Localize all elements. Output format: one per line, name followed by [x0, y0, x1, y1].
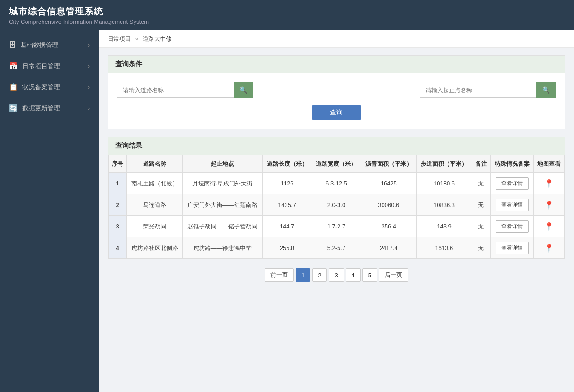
query-btn-row: 查询 [117, 105, 556, 120]
table-row: 1 南礼土路（北段） 月坛南街-阜成门外大街 1126 6.3-12.5 164… [109, 173, 565, 194]
col-special: 特殊情况备案 [491, 155, 534, 173]
cell-length-3: 255.8 [262, 237, 312, 259]
sidebar-item-daily-project[interactable]: 📅 日常项目管理 › [0, 56, 99, 77]
chevron-right-icon: › [88, 42, 90, 48]
cell-note-3: 无 [472, 237, 490, 259]
cell-detail-2[interactable]: 查看详情 [491, 216, 534, 237]
query-button[interactable]: 查询 [312, 105, 361, 120]
table-header-row: 序号 道路名称 起止地点 道路长度（米） 道路宽度（米） 沥青面积（平米） 步道… [109, 155, 565, 173]
cell-note-2: 无 [472, 216, 490, 237]
sidebar-label-basic-data: 基础数据管理 [21, 41, 58, 49]
cell-width-1: 2.0-3.0 [312, 194, 361, 216]
pagination: 前一页 1 2 3 4 5 后一页 [108, 268, 565, 286]
cell-road-name-2: 荣光胡同 [127, 216, 183, 237]
cell-location-0: 月坛南街-阜成门外大街 [182, 173, 262, 194]
cell-location-3: 虎坊路——徐悲鸿中学 [182, 237, 262, 259]
cell-note-0: 无 [472, 173, 490, 194]
breadcrumb-sep: » [135, 35, 139, 42]
detail-button-0[interactable]: 查看详情 [496, 177, 529, 190]
main-content: 日常项目 » 道路大中修 查询条件 🔍 🔍 [99, 30, 574, 392]
breadcrumb-daily: 日常项目 [108, 35, 131, 42]
cell-sidewalk-2: 143.9 [417, 216, 472, 237]
col-map: 地图查看 [534, 155, 565, 173]
header-title-en: City Comprehensive Information Managemen… [9, 18, 565, 25]
query-section-header: 查询条件 [108, 56, 565, 73]
sidebar-item-basic-data[interactable]: 🗄 基础数据管理 › [0, 35, 99, 56]
cell-sidewalk-3: 1613.6 [417, 237, 472, 259]
cell-road-name-3: 虎坊路社区北侧路 [127, 237, 183, 259]
page-5-button[interactable]: 5 [362, 268, 377, 282]
cell-asphalt-0: 16425 [361, 173, 417, 194]
cell-detail-1[interactable]: 查看详情 [491, 194, 534, 216]
cell-detail-3[interactable]: 查看详情 [491, 237, 534, 259]
cell-seq-1: 2 [109, 194, 127, 216]
cell-asphalt-3: 2417.4 [361, 237, 417, 259]
cell-road-name-1: 马连道路 [127, 194, 183, 216]
page-1-button[interactable]: 1 [296, 268, 310, 282]
map-pin-icon-2[interactable]: 📍 [544, 222, 554, 231]
page-2-button[interactable]: 2 [312, 268, 327, 282]
col-note: 备注 [472, 155, 490, 173]
cell-seq-0: 1 [109, 173, 127, 194]
cell-asphalt-1: 30060.6 [361, 194, 417, 216]
cell-map-3[interactable]: 📍 [534, 237, 565, 259]
sidebar-label-data-update: 数据更新管理 [22, 104, 60, 112]
col-road-name: 道路名称 [127, 155, 183, 173]
header: 城市综合信息管理系统 City Comprehensive Informatio… [0, 0, 574, 30]
map-pin-icon-0[interactable]: 📍 [544, 179, 554, 188]
detail-button-2[interactable]: 查看详情 [496, 220, 529, 233]
col-width: 道路宽度（米） [312, 155, 361, 173]
breadcrumb-current: 道路大中修 [143, 35, 172, 42]
location-input[interactable] [420, 83, 536, 98]
table-row: 4 虎坊路社区北侧路 虎坊路——徐悲鸿中学 255.8 5.2-5.7 2417… [109, 237, 565, 259]
chevron-right-icon-4: › [88, 105, 90, 112]
cell-sidewalk-0: 10180.6 [417, 173, 472, 194]
table-row: 3 荣光胡同 赵锥子胡同——储子营胡同 144.7 1.7-2.7 356.4 … [109, 216, 565, 237]
calendar-icon: 📅 [9, 62, 18, 70]
next-page-button[interactable]: 后一页 [379, 268, 408, 282]
result-section-header: 查询结果 [108, 137, 565, 155]
cell-location-2: 赵锥子胡同——储子营胡同 [182, 216, 262, 237]
result-table: 序号 道路名称 起止地点 道路长度（米） 道路宽度（米） 沥青面积（平米） 步道… [108, 155, 565, 259]
sidebar: 🗄 基础数据管理 › 📅 日常项目管理 › 📋 状况备案管理 › 🔄 数据更新管… [0, 30, 99, 392]
cell-map-1[interactable]: 📍 [534, 194, 565, 216]
result-section: 查询结果 序号 道路名称 起止地点 道路长度（米） 道路宽度（米） 沥青面积（平… [108, 137, 565, 259]
cell-detail-0[interactable]: 查看详情 [491, 173, 534, 194]
clipboard-icon: 📋 [9, 83, 18, 91]
page-4-button[interactable]: 4 [346, 268, 361, 282]
refresh-icon: 🔄 [9, 104, 18, 112]
map-pin-icon-3[interactable]: 📍 [544, 244, 554, 253]
cell-asphalt-2: 356.4 [361, 216, 417, 237]
chevron-right-icon-2: › [88, 63, 90, 69]
chevron-right-icon-3: › [88, 84, 90, 90]
cell-location-1: 广安门外大街——红莲南路 [182, 194, 262, 216]
database-icon: 🗄 [9, 41, 16, 49]
cell-length-1: 1435.7 [262, 194, 312, 216]
cell-length-2: 144.7 [262, 216, 312, 237]
prev-page-button[interactable]: 前一页 [265, 268, 294, 282]
map-pin-icon-1[interactable]: 📍 [544, 201, 554, 210]
detail-button-3[interactable]: 查看详情 [496, 242, 529, 254]
col-sidewalk: 步道面积（平米） [417, 155, 472, 173]
road-name-search-group: 🔍 [117, 82, 253, 98]
content-area: 查询条件 🔍 🔍 查询 [99, 48, 574, 293]
page-3-button[interactable]: 3 [329, 268, 344, 282]
cell-width-3: 5.2-5.7 [312, 237, 361, 259]
breadcrumb: 日常项目 » 道路大中修 [99, 30, 574, 48]
road-name-search-button[interactable]: 🔍 [234, 82, 253, 98]
cell-road-name-0: 南礼土路（北段） [127, 173, 183, 194]
road-name-input[interactable] [117, 83, 234, 98]
cell-seq-2: 3 [109, 216, 127, 237]
table-row: 2 马连道路 广安门外大街——红莲南路 1435.7 2.0-3.0 30060… [109, 194, 565, 216]
cell-width-0: 6.3-12.5 [312, 173, 361, 194]
header-title-cn: 城市综合信息管理系统 [9, 5, 565, 17]
sidebar-item-status-filing[interactable]: 📋 状况备案管理 › [0, 77, 99, 98]
detail-button-1[interactable]: 查看详情 [496, 199, 529, 211]
cell-map-2[interactable]: 📍 [534, 216, 565, 237]
sidebar-item-data-update[interactable]: 🔄 数据更新管理 › [0, 98, 99, 119]
location-search-button[interactable]: 🔍 [536, 82, 556, 98]
cell-width-2: 1.7-2.7 [312, 216, 361, 237]
cell-map-0[interactable]: 📍 [534, 173, 565, 194]
sidebar-label-status-filing: 状况备案管理 [22, 83, 60, 91]
col-seq: 序号 [109, 155, 127, 173]
